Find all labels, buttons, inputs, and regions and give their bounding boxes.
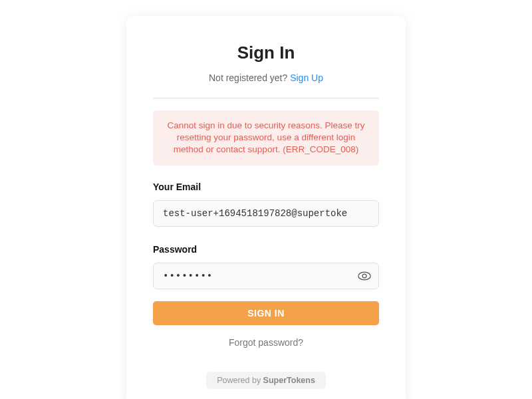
signup-prompt-text: Not registered yet? (209, 72, 290, 83)
password-field[interactable] (153, 263, 379, 289)
svg-point-1 (362, 274, 366, 278)
password-field-group: Password (153, 244, 379, 289)
password-input-wrap (153, 263, 379, 289)
error-banner: Cannot sign in due to security reasons. … (153, 110, 379, 166)
email-field-group: Your Email (153, 182, 379, 227)
signin-button[interactable]: SIGN IN (153, 301, 379, 325)
email-field[interactable] (153, 200, 379, 227)
email-label: Your Email (153, 182, 379, 192)
password-label: Password (153, 244, 379, 255)
signup-prompt: Not registered yet? Sign Up (209, 72, 323, 83)
footer: Powered by SuperTokens (206, 372, 326, 389)
page-title: Sign In (237, 43, 295, 63)
signup-link[interactable]: Sign Up (290, 72, 323, 83)
email-input-wrap (153, 200, 379, 227)
footer-prefix: Powered by (217, 376, 263, 385)
show-password-icon[interactable] (358, 271, 371, 281)
footer-brand: SuperTokens (263, 376, 315, 385)
forgot-password-link[interactable]: Forgot password? (229, 337, 303, 348)
divider (153, 98, 379, 98)
svg-point-0 (358, 272, 370, 280)
signin-card: Sign In Not registered yet? Sign Up Cann… (126, 16, 406, 399)
